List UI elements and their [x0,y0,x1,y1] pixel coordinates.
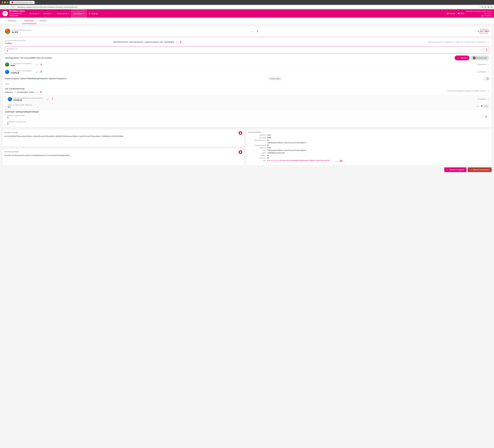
account-section: using the selected account ALICE ← 1 fre… [2,26,492,36]
refresh-button[interactable]: ↻ [11,6,14,9]
sub-nav-decode[interactable]: Decode [37,18,49,24]
annotation-6: ← [36,90,39,94]
balance-unit: DEV [485,30,489,33]
submit-unsigned-icon: ↩ [447,169,448,171]
encoding-row-maybetimepoint: maybetimepoint 00 [248,144,490,146]
proof-size-input[interactable] [7,123,34,125]
sub-nav-submission[interactable]: Submission [22,18,37,24]
book-icon: 📖 [457,12,460,14]
github-link[interactable]: 🐱 GitHub [446,12,455,14]
value-label: value: Compact<u128> (Balance) [8,104,34,106]
nav-accounts[interactable]: Accounts ▼ [27,9,41,18]
encoding-title: encoding details [248,131,490,133]
browser-tab[interactable]: Polkadot/Substrate Portal [10,1,35,4]
add-icon: + [457,56,460,60]
nav-governance[interactable]: Governance ▼ [55,9,71,18]
charlie-info: 1: AccountId20: AccountId20 CHARLIE [11,70,31,74]
pallet-select[interactable]: multisig [5,42,15,44]
include-option-toggle[interactable] [484,77,489,80]
encoded-section: encoded call data 📋 0x3101000004798d4ba9… [2,129,492,166]
value-field: value: Compact<u128> (Balance) [8,104,34,108]
annotation-2: ← [175,40,178,44]
bob-addr-caret[interactable]: ▼ [488,64,489,65]
annotation-4: ← [35,63,38,66]
annotation-10-label: 10 [340,160,342,163]
call-desc-caret[interactable]: ▼ [488,90,489,92]
annotation-1-label: 1 [257,30,258,33]
sub-nav: 📄 Extrinsics › Submission Decode [0,18,494,24]
signatories-header: otherSignatories: Vec<AccountId20> (Vec<… [2,55,492,61]
annotation-8: ← [476,104,479,108]
encoding-row-dest: dest 798d4ba9baf0064ec19eb4f0a1a45785ae9… [248,149,490,151]
encoding-details-box: encoding details callindex 3101 threshol… [246,129,492,166]
encoding-row-callindex1: callindex 3101 [248,134,490,136]
tab-title: Polkadot/Substrate Portal [14,1,33,3]
remove-icon: − [473,56,476,60]
minimize-dot[interactable] [4,1,6,3]
method-display: asMulti(threshold, otherSignatories, may… [113,41,174,43]
nav-network[interactable]: Network ▼ [41,9,55,18]
logo-icon: P [2,11,8,16]
developer-caret: ▼ [83,13,85,14]
threshold-section: threshold: u16 ← 3 [2,46,492,55]
new-tab-button[interactable]: + [36,1,39,4]
account-address: 0xf24FF3a9... [478,33,489,34]
call-desc: Transfer some liquid free balance to ano… [447,90,487,92]
call-hash-label: encoded call hash [4,151,19,153]
tab-favicon [11,1,13,3]
threshold-input[interactable] [7,50,16,52]
charlie-addr-caret[interactable]: ▼ [488,71,489,73]
encoding-row-value: value 1300008a5d78456301 [248,152,490,154]
toggle-knob [484,77,486,80]
logo-area: P Moonbase Alpha moonbase/2401 #4,618,90… [2,10,25,17]
dest-name: CHARLIE [13,99,42,101]
maximize-dot[interactable] [7,1,8,3]
back-button[interactable]: ← [1,6,5,9]
copy-call-hash-button[interactable]: 📋 [239,150,242,154]
encoding-row-threshold: threshold 0000 [248,137,490,139]
account-right: free balance 3.2877 DEV 0xf24FF3a9... [478,28,489,34]
encoding-row-callindex2: callindex 0300 [248,147,490,149]
address-bar[interactable]: polkadot.js.org/apps/?rpc=wss://wss.api.… [16,6,480,9]
close-dot[interactable] [1,1,3,3]
form-section: submit the following extrinsic multisig … [2,38,492,127]
call-data-label: encoded call data [4,132,18,133]
remove-item-button[interactable]: − Remove item [471,56,489,60]
sub-nav-extrinsics[interactable]: 📄 Extrinsics [2,18,19,24]
method-desc: Register approval for a dispatch to be m… [428,41,487,43]
value-input[interactable] [8,106,34,108]
submit-label: submit the following extrinsic [5,40,112,41]
github-icon: 🐱 [446,12,449,14]
encoding-row-reftime: reftime 00 [248,155,490,156]
call-pallet-select[interactable]: balances [5,91,16,93]
annotation-5: ← [35,70,38,74]
call-row: call: Call (RuntimeCall) balances ▼ tran… [2,86,492,96]
wiki-link[interactable]: 📖 Wiki [457,12,464,14]
include-option-button[interactable]: include option [268,77,282,80]
balance-label: free balance [478,28,489,30]
forward-button[interactable]: → [6,6,10,9]
account-info: using the selected account ALICE [12,29,31,33]
pallet-select-wrapper: multisig ▼ [5,42,15,44]
dest-addr-caret[interactable]: ▼ [488,98,489,100]
ref-time-input[interactable] [7,116,34,119]
submit-transaction-button[interactable]: ↩ Submit Transaction [468,167,492,172]
copy-call-data-button[interactable]: 📋 [239,131,242,135]
method-desc-caret[interactable]: ▼ [488,41,489,43]
account-label: using the selected account [12,29,31,31]
version-info: Moonbeam Parachain Collator v0.32.1 api … [466,10,492,17]
annotation-3: ← [481,48,484,52]
annotation-7: ← [46,98,49,101]
encoding-row-link[interactable]: link #/extrinsics/decode/0x3101000004798… [248,160,490,163]
bob-avatar [5,62,9,67]
bob-name: BOB [11,64,31,67]
nav-settings[interactable]: ⚙ Settings [86,9,100,18]
encoded-call-data-box: encoded call data 📋 0x3101000004798d4ba9… [2,129,244,147]
nav-developer[interactable]: Developer ▼ [71,9,86,18]
signatory-charlie-row: 1: AccountId20: AccountId20 CHARLIE ← 5 … [2,68,492,76]
threshold-label: threshold: u16 [7,48,17,50]
submit-unsigned-button[interactable]: ↩ Submit Unsigned [444,167,467,172]
maybe-timepoint-row: maybeTimepoint: Option<PalletMultisigTim… [2,76,492,82]
add-item-button[interactable]: + Add item [455,56,469,60]
network-caret: ▼ [51,13,52,14]
